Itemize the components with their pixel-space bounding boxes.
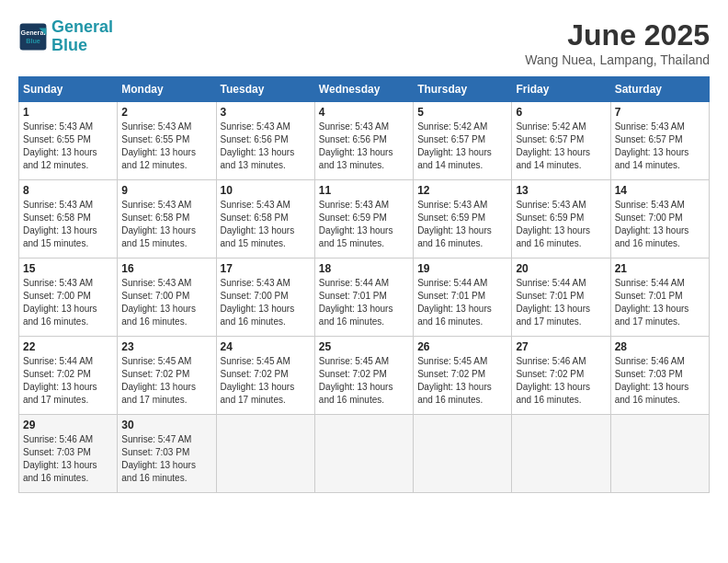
day-cell-4: 4Sunrise: 5:43 AM Sunset: 6:56 PM Daylig… xyxy=(314,102,413,180)
logo-text: General Blue xyxy=(51,18,113,55)
title-area: June 2025 Wang Nuea, Lampang, Thailand xyxy=(525,18,710,67)
day-cell-13: 13Sunrise: 5:43 AM Sunset: 6:59 PM Dayli… xyxy=(512,180,610,259)
weekday-header-row: SundayMondayTuesdayWednesdayThursdayFrid… xyxy=(19,77,710,102)
day-info: Sunrise: 5:42 AM Sunset: 6:57 PM Dayligh… xyxy=(516,121,606,172)
day-number: 4 xyxy=(319,106,409,119)
location: Wang Nuea, Lampang, Thailand xyxy=(525,52,710,67)
day-info: Sunrise: 5:44 AM Sunset: 7:01 PM Dayligh… xyxy=(319,277,409,328)
day-number: 6 xyxy=(516,106,606,119)
day-number: 24 xyxy=(221,340,311,353)
day-cell-15: 15Sunrise: 5:43 AM Sunset: 7:00 PM Dayli… xyxy=(19,259,118,337)
day-number: 7 xyxy=(615,106,705,119)
empty-cell xyxy=(512,415,610,493)
svg-text:Blue: Blue xyxy=(26,37,40,45)
day-cell-10: 10Sunrise: 5:43 AM Sunset: 6:58 PM Dayli… xyxy=(216,180,314,259)
day-number: 5 xyxy=(417,106,507,119)
day-info: Sunrise: 5:44 AM Sunset: 7:02 PM Dayligh… xyxy=(23,355,113,407)
weekday-header-sunday: Sunday xyxy=(19,77,118,102)
day-info: Sunrise: 5:43 AM Sunset: 6:59 PM Dayligh… xyxy=(319,199,409,250)
day-number: 22 xyxy=(23,340,113,353)
day-cell-5: 5Sunrise: 5:42 AM Sunset: 6:57 PM Daylig… xyxy=(414,102,512,180)
empty-cell xyxy=(610,415,709,493)
day-info: Sunrise: 5:46 AM Sunset: 7:03 PM Dayligh… xyxy=(615,355,705,407)
empty-cell xyxy=(216,415,314,493)
day-info: Sunrise: 5:43 AM Sunset: 6:59 PM Dayligh… xyxy=(516,199,606,250)
day-number: 27 xyxy=(516,340,606,353)
day-cell-2: 2Sunrise: 5:43 AM Sunset: 6:55 PM Daylig… xyxy=(118,102,216,180)
day-number: 13 xyxy=(516,184,606,197)
day-info: Sunrise: 5:43 AM Sunset: 6:57 PM Dayligh… xyxy=(615,121,705,172)
day-number: 21 xyxy=(615,262,705,275)
day-info: Sunrise: 5:44 AM Sunset: 7:01 PM Dayligh… xyxy=(417,277,507,328)
day-info: Sunrise: 5:45 AM Sunset: 7:02 PM Dayligh… xyxy=(417,355,507,407)
day-cell-16: 16Sunrise: 5:43 AM Sunset: 7:00 PM Dayli… xyxy=(118,259,216,337)
day-number: 1 xyxy=(23,106,113,119)
day-info: Sunrise: 5:44 AM Sunset: 7:01 PM Dayligh… xyxy=(615,277,705,328)
day-number: 3 xyxy=(221,106,311,119)
day-cell-20: 20Sunrise: 5:44 AM Sunset: 7:01 PM Dayli… xyxy=(512,259,610,337)
weekday-header-saturday: Saturday xyxy=(610,77,709,102)
day-info: Sunrise: 5:45 AM Sunset: 7:02 PM Dayligh… xyxy=(319,355,409,407)
logo-blue: Blue xyxy=(51,36,87,54)
day-info: Sunrise: 5:44 AM Sunset: 7:01 PM Dayligh… xyxy=(516,277,606,328)
day-number: 20 xyxy=(516,262,606,275)
day-number: 30 xyxy=(121,419,211,431)
day-cell-22: 22Sunrise: 5:44 AM Sunset: 7:02 PM Dayli… xyxy=(19,337,118,415)
day-cell-25: 25Sunrise: 5:45 AM Sunset: 7:02 PM Dayli… xyxy=(314,337,413,415)
day-info: Sunrise: 5:43 AM Sunset: 7:00 PM Dayligh… xyxy=(221,277,311,328)
day-number: 18 xyxy=(319,262,409,275)
day-info: Sunrise: 5:43 AM Sunset: 6:56 PM Dayligh… xyxy=(221,121,311,172)
day-number: 2 xyxy=(121,106,211,119)
calendar-table: SundayMondayTuesdayWednesdayThursdayFrid… xyxy=(18,76,710,493)
day-info: Sunrise: 5:43 AM Sunset: 6:59 PM Dayligh… xyxy=(417,199,507,250)
page-header: General Blue General Blue June 2025 Wang… xyxy=(18,18,710,67)
day-number: 15 xyxy=(23,262,113,275)
day-info: Sunrise: 5:42 AM Sunset: 6:57 PM Dayligh… xyxy=(417,121,507,172)
day-info: Sunrise: 5:43 AM Sunset: 7:00 PM Dayligh… xyxy=(23,277,113,328)
day-info: Sunrise: 5:43 AM Sunset: 7:00 PM Dayligh… xyxy=(615,199,705,250)
day-cell-21: 21Sunrise: 5:44 AM Sunset: 7:01 PM Dayli… xyxy=(610,259,709,337)
day-info: Sunrise: 5:43 AM Sunset: 6:58 PM Dayligh… xyxy=(221,199,311,250)
day-cell-23: 23Sunrise: 5:45 AM Sunset: 7:02 PM Dayli… xyxy=(118,337,216,415)
day-info: Sunrise: 5:46 AM Sunset: 7:02 PM Dayligh… xyxy=(516,355,606,407)
day-number: 8 xyxy=(23,184,113,197)
day-cell-24: 24Sunrise: 5:45 AM Sunset: 7:02 PM Dayli… xyxy=(216,337,314,415)
day-number: 12 xyxy=(417,184,507,197)
day-number: 16 xyxy=(121,262,211,275)
week-row-2: 8Sunrise: 5:43 AM Sunset: 6:58 PM Daylig… xyxy=(19,180,710,259)
day-info: Sunrise: 5:43 AM Sunset: 6:55 PM Dayligh… xyxy=(23,121,113,172)
week-row-1: 1Sunrise: 5:43 AM Sunset: 6:55 PM Daylig… xyxy=(19,102,710,180)
day-info: Sunrise: 5:43 AM Sunset: 6:58 PM Dayligh… xyxy=(23,199,113,250)
day-cell-27: 27Sunrise: 5:46 AM Sunset: 7:02 PM Dayli… xyxy=(512,337,610,415)
day-number: 11 xyxy=(319,184,409,197)
day-cell-14: 14Sunrise: 5:43 AM Sunset: 7:00 PM Dayli… xyxy=(610,180,709,259)
day-number: 17 xyxy=(221,262,311,275)
day-number: 9 xyxy=(121,184,211,197)
day-info: Sunrise: 5:43 AM Sunset: 6:58 PM Dayligh… xyxy=(121,199,211,250)
day-info: Sunrise: 5:45 AM Sunset: 7:02 PM Dayligh… xyxy=(121,355,211,407)
day-cell-28: 28Sunrise: 5:46 AM Sunset: 7:03 PM Dayli… xyxy=(610,337,709,415)
day-cell-30: 30Sunrise: 5:47 AM Sunset: 7:03 PM Dayli… xyxy=(118,415,216,493)
day-info: Sunrise: 5:47 AM Sunset: 7:03 PM Dayligh… xyxy=(121,433,211,485)
day-cell-11: 11Sunrise: 5:43 AM Sunset: 6:59 PM Dayli… xyxy=(314,180,413,259)
day-cell-18: 18Sunrise: 5:44 AM Sunset: 7:01 PM Dayli… xyxy=(314,259,413,337)
logo: General Blue General Blue xyxy=(18,18,113,55)
day-cell-3: 3Sunrise: 5:43 AM Sunset: 6:56 PM Daylig… xyxy=(216,102,314,180)
day-cell-6: 6Sunrise: 5:42 AM Sunset: 6:57 PM Daylig… xyxy=(512,102,610,180)
day-number: 28 xyxy=(615,340,705,353)
day-cell-17: 17Sunrise: 5:43 AM Sunset: 7:00 PM Dayli… xyxy=(216,259,314,337)
day-number: 26 xyxy=(417,340,507,353)
day-cell-29: 29Sunrise: 5:46 AM Sunset: 7:03 PM Dayli… xyxy=(19,415,118,493)
day-number: 10 xyxy=(221,184,311,197)
day-number: 14 xyxy=(615,184,705,197)
day-info: Sunrise: 5:46 AM Sunset: 7:03 PM Dayligh… xyxy=(23,433,113,485)
day-info: Sunrise: 5:43 AM Sunset: 7:00 PM Dayligh… xyxy=(121,277,211,328)
day-number: 23 xyxy=(121,340,211,353)
empty-cell xyxy=(314,415,413,493)
logo-general: General xyxy=(51,17,113,36)
week-row-5: 29Sunrise: 5:46 AM Sunset: 7:03 PM Dayli… xyxy=(19,415,710,493)
day-info: Sunrise: 5:43 AM Sunset: 6:55 PM Dayligh… xyxy=(121,121,211,172)
day-cell-19: 19Sunrise: 5:44 AM Sunset: 7:01 PM Dayli… xyxy=(414,259,512,337)
day-info: Sunrise: 5:45 AM Sunset: 7:02 PM Dayligh… xyxy=(221,355,311,407)
day-cell-26: 26Sunrise: 5:45 AM Sunset: 7:02 PM Dayli… xyxy=(414,337,512,415)
